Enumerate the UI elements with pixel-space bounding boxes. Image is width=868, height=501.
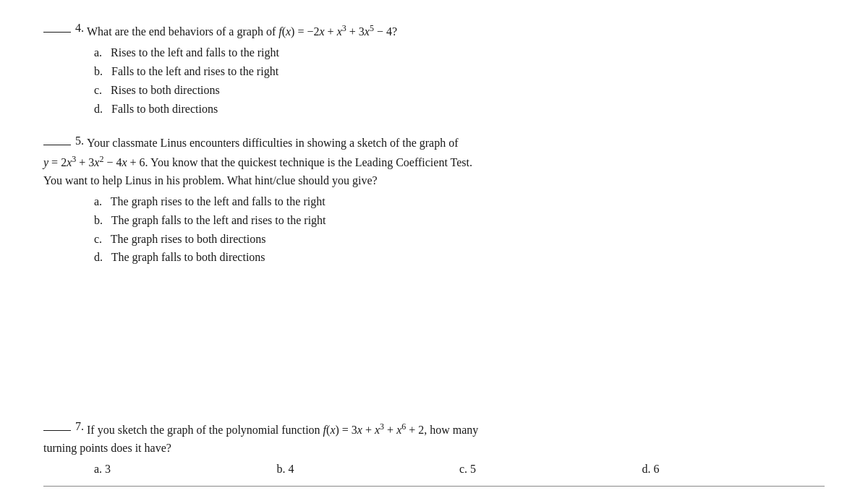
q5-choice-c: c. The graph rises to both directions [94, 231, 825, 249]
q5-blank-line [43, 145, 71, 145]
question-4: 4. What are the end behaviors of a graph… [43, 22, 825, 119]
q4-choice-b-text: Falls to the left and rises to the right [111, 65, 278, 77]
q5-choice-c-text: The graph rises to both directions [111, 233, 266, 245]
q5-choice-b-letter: b. [94, 214, 103, 226]
q5-number: 5. [75, 134, 84, 147]
q7-blank-line [43, 430, 71, 431]
q5-choice-a: a. The graph rises to the left and falls… [94, 193, 825, 211]
q4-choice-d-letter: d. [94, 103, 103, 115]
q7-choice-b: b. 4 [277, 461, 460, 479]
q7-number: 7. [75, 420, 84, 433]
q5-choice-a-letter: a. [94, 195, 102, 207]
q5-text-line1: Your classmate Linus encounters difficul… [87, 134, 825, 153]
q4-question-text: What are the end behaviors of a graph of… [87, 22, 825, 41]
q7-choice-b-letter: b. 4 [277, 463, 294, 475]
q4-blank-line [43, 32, 71, 33]
q4-choice-b: b. Falls to the left and rises to the ri… [94, 63, 825, 81]
q4-choice-a: a. Rises to the left and falls to the ri… [94, 44, 825, 62]
q5-choice-d-letter: d. [94, 251, 103, 263]
q7-choice-a: a. 3 [94, 461, 277, 479]
q7-choice-d-letter: d. 6 [642, 463, 660, 475]
q4-choice-d-text: Falls to both directions [111, 103, 218, 115]
q7-number-area: 7. [43, 420, 87, 433]
q7-question-text: If you sketch the graph of the polynomia… [87, 420, 825, 440]
q7-header-row: 7. If you sketch the graph of the polyno… [43, 420, 825, 440]
q5-choice-a-text: The graph rises to the left and falls to… [111, 195, 326, 207]
q5-text-continued: y = 2x3 + 3x2 − 4x + 6. You know that th… [43, 153, 825, 190]
q7-choice-d: d. 6 [642, 461, 825, 479]
page-content: 4. What are the end behaviors of a graph… [43, 22, 825, 487]
q4-choice-c: c. Rises to both directions [94, 82, 825, 100]
q5-choice-d-text: The graph falls to both directions [111, 251, 265, 263]
q5-choice-c-letter: c. [94, 233, 102, 245]
q4-choice-b-letter: b. [94, 65, 103, 77]
q5-text-line2: y = 2x3 + 3x2 − 4x + 6. You know that th… [43, 153, 825, 172]
q5-choices: a. The graph rises to the left and falls… [94, 193, 825, 267]
bottom-border-line [43, 486, 825, 487]
q7-text-line1: If you sketch the graph of the polynomia… [87, 420, 825, 440]
q7-choices-horizontal: a. 3 b. 4 c. 5 d. 6 [94, 461, 825, 479]
q4-choice-d: d. Falls to both directions [94, 100, 825, 119]
q7-choice-c: c. 5 [459, 461, 642, 479]
q5-question-text: Your classmate Linus encounters difficul… [87, 134, 825, 153]
spacer [43, 281, 825, 420]
q4-number: 4. [75, 22, 84, 35]
q5-choice-d: d. The graph falls to both directions [94, 249, 825, 267]
q5-text-line3: You want to help Linus in his problem. W… [43, 172, 825, 190]
q5-choice-b: b. The graph falls to the left and rises… [94, 212, 825, 230]
q4-header: 4. What are the end behaviors of a graph… [43, 22, 825, 41]
q4-text: What are the end behaviors of a graph of… [87, 22, 825, 41]
question-5: 5. Your classmate Linus encounters diffi… [43, 134, 825, 267]
q4-choice-a-text: Rises to the left and falls to the right [111, 46, 279, 59]
q4-choice-c-text: Rises to both directions [111, 84, 220, 96]
q7-text-line2: turning points does it have? [43, 440, 825, 458]
q4-choices: a. Rises to the left and falls to the ri… [94, 44, 825, 118]
q4-choice-a-letter: a. [94, 46, 102, 59]
q4-number-area: 4. [43, 22, 87, 35]
q4-choice-c-letter: c. [94, 84, 102, 96]
q7-text-continued: turning points does it have? [43, 440, 825, 458]
q5-choice-b-text: The graph falls to the left and rises to… [111, 214, 326, 226]
q7-choice-a-letter: a. 3 [94, 463, 111, 475]
q7-choice-c-letter: c. 5 [459, 463, 476, 475]
q5-number-area: 5. [43, 134, 87, 147]
question-7: 7. If you sketch the graph of the polyno… [43, 420, 825, 487]
q5-header: 5. Your classmate Linus encounters diffi… [43, 134, 825, 153]
